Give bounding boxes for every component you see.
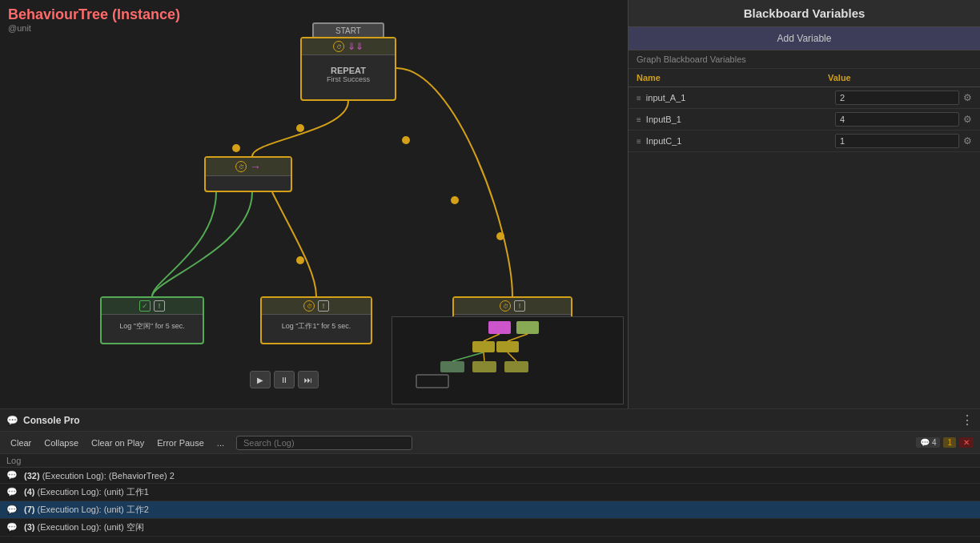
bb-var-value-2[interactable] xyxy=(835,134,959,148)
badge-error: ✕ xyxy=(959,437,974,448)
title-main: BehaviourTree xyxy=(8,6,108,22)
bb-row-icon-0: ≡ xyxy=(637,94,641,103)
node-log2[interactable]: ⏱ ! Log "工作1" for 5 sec. xyxy=(260,296,372,344)
error-pause-button[interactable]: Error Pause xyxy=(153,436,208,449)
node-log2-label: Log "工作1" for 5 sec. xyxy=(282,321,351,332)
console-row-msg-0: (Execution Log): (BehaviorTree) 2 xyxy=(42,471,175,481)
badge-msg: 💬 4 xyxy=(916,437,941,448)
console-row-0: 💬 (32) (Execution Log): (BehaviorTree) 2 xyxy=(0,468,980,484)
play-button[interactable]: ▶ xyxy=(250,371,271,388)
bb-name-header: Name xyxy=(637,73,828,82)
console-toolbar: Clear Collapse Clear on Play Error Pause… xyxy=(0,432,980,454)
node-repeat[interactable]: ⏱ ⇓⇓ REPEAT First Success xyxy=(300,37,396,101)
collapse-button[interactable]: Collapse xyxy=(40,436,82,449)
more-button[interactable]: ... xyxy=(213,436,228,449)
console-row-text-3: (3) (Execution Log): (unit) 空闲 xyxy=(24,521,974,533)
bb-gear-icon-1[interactable]: ⚙ xyxy=(963,114,972,125)
bb-row-2: ≡ InputC_1 ⚙ xyxy=(629,131,980,152)
svg-rect-12 xyxy=(472,341,495,352)
clear-on-play-button[interactable]: Clear on Play xyxy=(87,436,148,449)
bb-gear-icon-2[interactable]: ⚙ xyxy=(963,135,972,147)
console-row-count-1: (4) xyxy=(24,487,34,497)
console-row-2: 💬 (7) (Execution Log): (unit) 工作2 xyxy=(0,501,980,519)
node-repeat-header: ⏱ ⇓⇓ xyxy=(302,38,395,55)
exclaim-icon-2: ! xyxy=(318,300,329,312)
svg-rect-18 xyxy=(504,361,528,372)
minimap[interactable] xyxy=(392,316,624,404)
node-sequence-header: ⏱ → xyxy=(206,158,291,176)
console-row-count-0: (32) xyxy=(24,471,40,481)
svg-line-20 xyxy=(484,352,484,361)
step-button[interactable]: ⏭ xyxy=(298,371,319,388)
console-log-header: Log xyxy=(0,454,980,468)
console-row-count-3: (3) xyxy=(24,522,34,532)
blackboard-panel: Blackboard Variables Add Variable Graph … xyxy=(628,0,980,408)
clear-button[interactable]: Clear xyxy=(6,436,35,449)
node-log1-header: ✓ ! xyxy=(102,298,203,315)
console-search-input[interactable] xyxy=(236,436,412,450)
bb-var-value-1[interactable] xyxy=(835,112,959,127)
console-badges: 💬 4 1 ✕ xyxy=(916,437,974,448)
badge-msg-icon: 💬 xyxy=(920,438,930,447)
console-row-3: 💬 (3) (Execution Log): (unit) 空闲 xyxy=(0,519,980,537)
node-repeat-body: REPEAT First Success xyxy=(302,55,395,94)
bb-section-label: Graph Blackboard Variables xyxy=(629,50,980,69)
console-row-1: 💬 (4) (Execution Log): (unit) 工作1 xyxy=(0,484,980,501)
bb-row-icon-1: ≡ xyxy=(637,115,641,124)
exclaim-icon-3: ! xyxy=(514,300,525,312)
graph-title: BehaviourTree (Instance) xyxy=(8,6,180,23)
minimap-svg xyxy=(392,317,624,404)
clock-icon-2: ⏱ xyxy=(235,161,247,172)
console-menu-button[interactable]: ⋮ xyxy=(961,412,974,428)
clock-icon-4: ⏱ xyxy=(500,300,511,312)
node-log1[interactable]: ✓ ! Log "空闲" for 5 sec. xyxy=(100,296,204,344)
bb-row-icon-2: ≡ xyxy=(637,137,641,146)
node-start[interactable]: START xyxy=(312,22,384,38)
down-arrows-icon: ⇓⇓ xyxy=(347,41,363,52)
bb-var-name-2: InputC_1 xyxy=(646,136,835,146)
pause-button[interactable]: ⏸ xyxy=(274,371,295,388)
svg-point-5 xyxy=(451,196,459,204)
node-log1-label: Log "空闲" for 5 sec. xyxy=(119,321,184,332)
bb-var-value-0[interactable] xyxy=(835,90,959,105)
node-repeat-label: REPEAT xyxy=(331,66,366,75)
bb-var-name-1: InputB_1 xyxy=(646,115,835,124)
node-log2-header: ⏱ ! xyxy=(262,298,371,315)
bb-gear-icon-0[interactable]: ⚙ xyxy=(963,92,972,103)
svg-point-6 xyxy=(496,232,504,240)
svg-rect-16 xyxy=(440,361,464,372)
svg-point-8 xyxy=(232,144,240,152)
title-instance: (Instance) xyxy=(112,6,180,22)
console-row-count-2: (7) xyxy=(24,505,34,514)
console-row-icon-0: 💬 xyxy=(6,470,18,481)
console-row-msg-1: (Execution Log): (unit) 工作1 xyxy=(38,487,149,497)
console-row-text-1: (4) (Execution Log): (unit) 工作1 xyxy=(24,486,974,498)
clock-icon-3: ⏱ xyxy=(303,300,315,312)
add-variable-button[interactable]: Add Variable xyxy=(629,27,980,50)
console-titlebar: 💬 Console Pro ⋮ xyxy=(0,409,980,432)
console-row-icon-2: 💬 xyxy=(6,505,18,515)
bb-var-name-0: input_A_1 xyxy=(646,93,835,103)
node-start-label: START xyxy=(335,26,361,35)
graph-area[interactable]: BehaviourTree (Instance) @unit xyxy=(0,0,628,408)
console-area: 💬 Console Pro ⋮ Clear Collapse Clear on … xyxy=(0,408,980,543)
title-subtitle: @unit xyxy=(8,23,180,33)
console-rows: 💬 (32) (Execution Log): (BehaviorTree) 2… xyxy=(0,468,980,543)
badge-warn: 1 xyxy=(943,437,956,448)
node-sequence[interactable]: ⏱ → xyxy=(204,156,292,192)
bb-row-1: ≡ InputB_1 ⚙ xyxy=(629,109,980,131)
bb-row-0: ≡ input_A_1 ⚙ xyxy=(629,87,980,109)
bb-table-header: Name Value xyxy=(629,69,980,87)
console-row-text-2: (7) (Execution Log): (unit) 工作2 xyxy=(24,504,974,516)
svg-point-3 xyxy=(296,124,304,132)
console-row-icon-1: 💬 xyxy=(6,487,18,497)
console-row-icon-3: 💬 xyxy=(6,522,18,533)
svg-rect-13 xyxy=(496,341,519,352)
node-log3-header: ⏱ ! xyxy=(454,298,571,315)
bb-title: Blackboard Variables xyxy=(629,0,980,27)
console-row-text-0: (32) (Execution Log): (BehaviorTree) 2 xyxy=(24,471,974,481)
console-row-msg-2: (Execution Log): (unit) 工作2 xyxy=(38,505,149,514)
node-log2-body: Log "工作1" for 5 sec. xyxy=(262,315,371,337)
clock-icon: ⏱ xyxy=(333,41,344,52)
svg-point-7 xyxy=(296,256,304,264)
